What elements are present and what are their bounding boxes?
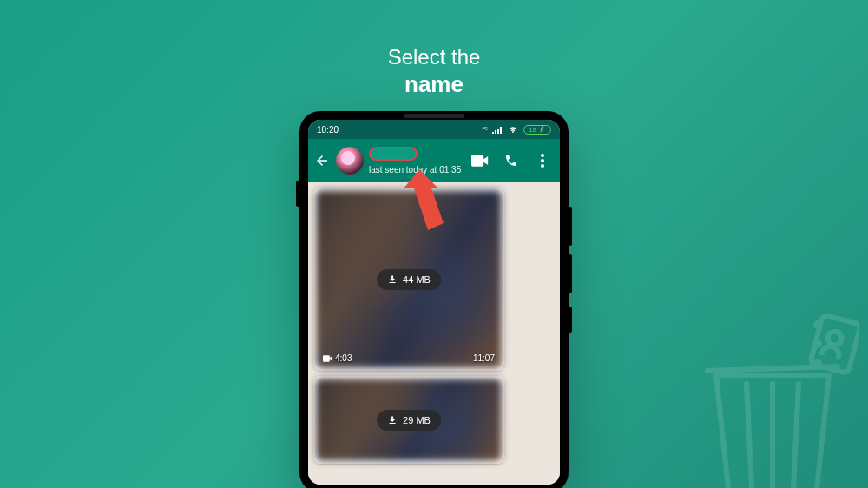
contact-info[interactable]: last seen today at 01:35 <box>369 147 466 175</box>
voice-call-button[interactable] <box>503 152 520 169</box>
video-call-button[interactable] <box>471 152 489 169</box>
download-button[interactable]: 29 MB <box>377 410 441 431</box>
decorative-trash-icon <box>686 314 859 488</box>
svg-point-2 <box>816 323 819 326</box>
svg-point-1 <box>826 330 844 347</box>
video-duration: 4:03 <box>323 353 352 363</box>
svg-point-4 <box>816 361 819 365</box>
svg-point-5 <box>541 154 544 157</box>
phone-side-button <box>296 181 299 207</box>
phone-side-button <box>569 207 572 246</box>
download-icon <box>387 415 398 425</box>
svg-point-6 <box>541 159 544 162</box>
back-button[interactable] <box>313 152 331 169</box>
chat-body[interactable]: 44 MB 4:03 11:07 <box>308 182 560 485</box>
phone-frame: 10:20 ⁴ᴳ 18⚡ last seen today at 01:35 <box>299 111 569 488</box>
instruction-headline: Select the name <box>0 45 868 98</box>
download-size: 44 MB <box>403 274 431 285</box>
download-button[interactable]: 44 MB <box>377 269 441 290</box>
media-attachment[interactable]: 44 MB 4:03 11:07 <box>316 190 502 368</box>
phone-screen: 10:20 ⁴ᴳ 18⚡ last seen today at 01:35 <box>308 120 560 485</box>
message-bubble[interactable]: 44 MB 4:03 11:07 <box>313 188 504 371</box>
status-bar: 10:20 ⁴ᴳ 18⚡ <box>308 120 560 139</box>
status-right: ⁴ᴳ 18⚡ <box>482 125 551 135</box>
phone-side-button <box>569 254 572 293</box>
message-bubble[interactable]: 29 MB <box>313 376 504 464</box>
header-actions <box>471 152 555 169</box>
contact-avatar[interactable] <box>336 147 364 175</box>
last-seen-text: last seen today at 01:35 <box>369 165 466 175</box>
svg-point-7 <box>541 164 544 168</box>
video-icon <box>323 355 332 362</box>
headline-line1: Select the <box>0 45 868 69</box>
status-time: 10:20 <box>317 125 339 135</box>
chat-header: last seen today at 01:35 <box>308 139 560 182</box>
phone-side-button <box>569 307 572 333</box>
svg-point-3 <box>816 342 819 346</box>
signal-icon <box>492 125 503 134</box>
download-size: 29 MB <box>403 415 431 425</box>
volte-icon: ⁴ᴳ <box>482 126 487 134</box>
earpiece <box>404 114 464 118</box>
more-options-button[interactable] <box>534 152 551 169</box>
contact-name[interactable] <box>369 147 418 161</box>
wifi-icon <box>508 125 518 134</box>
headline-line2: name <box>0 71 868 98</box>
message-time: 11:07 <box>473 353 495 363</box>
svg-rect-0 <box>810 314 859 373</box>
download-icon <box>387 274 398 285</box>
battery-indicator: 18⚡ <box>523 125 551 135</box>
media-attachment[interactable]: 29 MB <box>316 379 502 461</box>
